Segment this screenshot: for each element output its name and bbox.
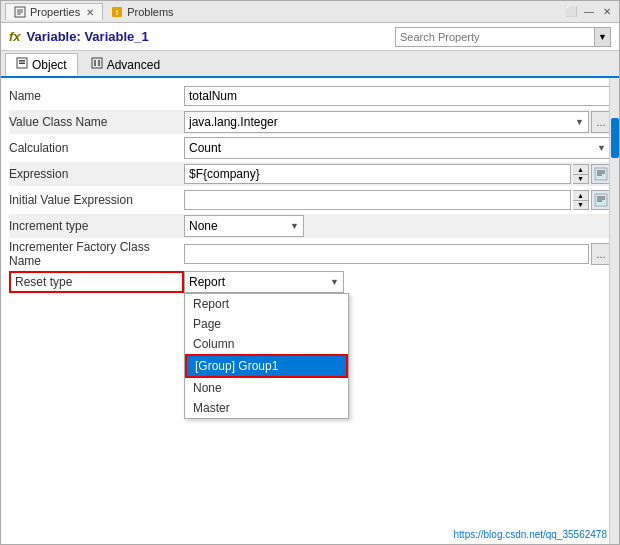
initial-value-up-btn[interactable]: ▲: [573, 191, 588, 201]
search-input[interactable]: [395, 27, 595, 47]
fx-label: fx: [9, 29, 21, 44]
reset-type-dropdown[interactable]: Report ▼: [184, 271, 344, 293]
incrementer-factory-row: Incrementer Factory Class Name ...: [9, 240, 611, 268]
tab-object[interactable]: Object: [5, 53, 78, 76]
dropdown-option-master[interactable]: Master: [185, 398, 348, 418]
tab-properties-close[interactable]: ✕: [86, 7, 94, 18]
name-row: Name: [9, 84, 611, 108]
form-area: Name Value Class Name java.lang.Integer …: [1, 78, 619, 544]
var-header: fx Variable: Variable_1 ▼: [1, 23, 619, 51]
value-class-dropdown[interactable]: java.lang.Integer ▼: [184, 111, 589, 133]
svg-rect-8: [19, 63, 25, 65]
value-class-label: Value Class Name: [9, 115, 184, 129]
dropdown-option-none[interactable]: None: [185, 378, 348, 398]
reset-type-label: Reset type: [9, 271, 184, 293]
svg-text:!: !: [116, 8, 119, 17]
problems-icon: !: [111, 6, 123, 18]
value-class-value: java.lang.Integer: [189, 115, 278, 129]
name-input[interactable]: [184, 86, 611, 106]
tab-advanced-label: Advanced: [107, 58, 160, 72]
increment-type-label: Increment type: [9, 219, 184, 233]
initial-value-edit-btn[interactable]: [591, 190, 611, 210]
search-container: ▼: [395, 27, 611, 47]
expression-row: Expression ▲ ▼: [9, 162, 611, 186]
dropdown-option-report[interactable]: Report: [185, 294, 348, 314]
tab-advanced[interactable]: Advanced: [80, 53, 171, 76]
var-title: Variable: Variable_1: [27, 29, 149, 44]
initial-value-down-btn[interactable]: ▼: [573, 201, 588, 210]
dropdown-option-group1[interactable]: [Group] Group1: [185, 354, 348, 378]
reset-type-control: Report ▼ Report Page Column [Group] Grou…: [184, 271, 611, 293]
increment-type-value: None: [189, 219, 218, 233]
maximize-btn[interactable]: ⬜: [563, 5, 579, 19]
svg-rect-9: [92, 58, 102, 68]
calculation-value: Count: [189, 141, 221, 155]
var-label: Variable:: [27, 29, 81, 44]
close-btn[interactable]: ✕: [599, 5, 615, 19]
tab-problems-label: Problems: [127, 6, 173, 18]
expression-edit-btn[interactable]: [591, 164, 611, 184]
reset-type-arrow: ▼: [330, 277, 339, 287]
expression-label: Expression: [9, 167, 184, 181]
search-dropdown-btn[interactable]: ▼: [595, 27, 611, 47]
window-controls: ⬜ — ✕: [563, 5, 615, 19]
increment-type-dropdown[interactable]: None ▼: [184, 215, 304, 237]
initial-value-input[interactable]: [184, 190, 571, 210]
reset-type-dropdown-popup: Report Page Column [Group] Group1 None M…: [184, 293, 349, 419]
name-label: Name: [9, 89, 184, 103]
increment-type-row: Increment type None ▼: [9, 214, 611, 238]
expression-control: ▲ ▼: [184, 164, 611, 184]
initial-value-control: ▲ ▼: [184, 190, 611, 210]
expression-up-btn[interactable]: ▲: [573, 165, 588, 175]
reset-type-row: Reset type Report ▼ Report Page Column […: [9, 270, 611, 294]
increment-type-control: None ▼: [184, 215, 611, 237]
calculation-row: Calculation Count ▼: [9, 136, 611, 160]
tab-problems[interactable]: ! Problems: [103, 4, 181, 20]
minimize-btn[interactable]: —: [581, 5, 597, 19]
expression-input[interactable]: [184, 164, 571, 184]
calculation-control: Count ▼: [184, 137, 611, 159]
initial-value-label: Initial Value Expression: [9, 193, 184, 207]
reset-type-value: Report: [189, 275, 225, 289]
tab-properties-label: Properties: [30, 6, 80, 18]
value-class-btn[interactable]: ...: [591, 111, 611, 133]
tab-bar: Properties ✕ ! Problems ⬜ — ✕: [1, 1, 619, 23]
value-class-control: java.lang.Integer ▼ ...: [184, 111, 611, 133]
name-control: [184, 86, 611, 106]
initial-value-spinner: ▲ ▼: [573, 190, 589, 210]
initial-value-row: Initial Value Expression ▲ ▼: [9, 188, 611, 212]
incrementer-factory-label: Incrementer Factory Class Name: [9, 240, 184, 268]
expression-spinner: ▲ ▼: [573, 164, 589, 184]
scrollbar[interactable]: [609, 78, 619, 544]
advanced-tab-icon: [91, 57, 103, 72]
watermark: https://blog.csdn.net/qq_35562478: [454, 529, 607, 540]
expression-down-btn[interactable]: ▼: [573, 175, 588, 184]
sub-tabs: Object Advanced: [1, 51, 619, 78]
value-class-row: Value Class Name java.lang.Integer ▼ ...: [9, 110, 611, 134]
main-window: Properties ✕ ! Problems ⬜ — ✕ fx Variabl…: [0, 0, 620, 545]
calculation-label: Calculation: [9, 141, 184, 155]
scrollbar-thumb[interactable]: [611, 118, 619, 158]
tab-object-label: Object: [32, 58, 67, 72]
svg-rect-7: [19, 60, 25, 62]
properties-icon: [14, 6, 26, 18]
tab-properties[interactable]: Properties ✕: [5, 3, 103, 20]
dropdown-option-page[interactable]: Page: [185, 314, 348, 334]
svg-rect-16: [595, 194, 607, 206]
value-class-arrow: ▼: [575, 117, 584, 127]
incrementer-factory-btn[interactable]: ...: [591, 243, 611, 265]
incrementer-factory-control: ...: [184, 243, 611, 265]
incrementer-factory-input[interactable]: [184, 244, 589, 264]
calculation-dropdown[interactable]: Count ▼: [184, 137, 611, 159]
object-tab-icon: [16, 57, 28, 72]
calculation-arrow: ▼: [597, 143, 606, 153]
increment-type-arrow: ▼: [290, 221, 299, 231]
dropdown-option-column[interactable]: Column: [185, 334, 348, 354]
var-name: Variable_1: [84, 29, 148, 44]
svg-rect-12: [595, 168, 607, 180]
